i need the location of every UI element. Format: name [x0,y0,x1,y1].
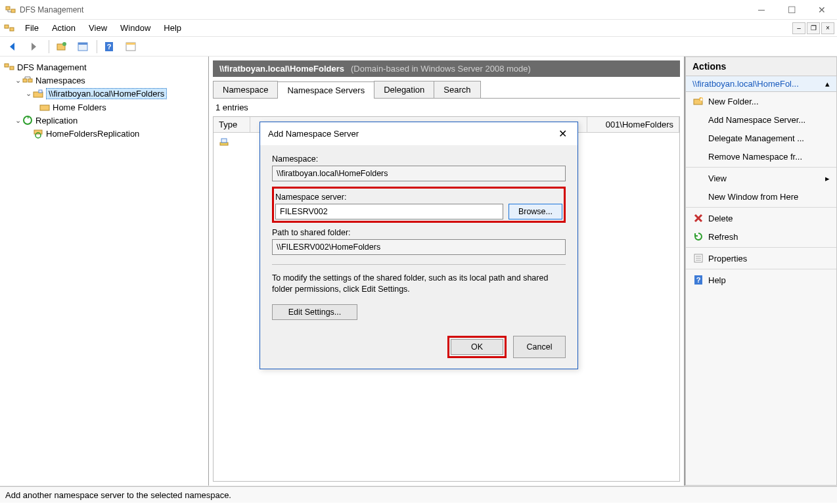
action-item[interactable]: View▸ [686,169,836,187]
cancel-button[interactable]: Cancel [513,336,566,358]
none-icon [692,133,704,143]
tab-namespace-servers[interactable]: Namespace Servers [277,81,374,99]
tab-search[interactable]: Search [434,81,480,98]
server-icon [219,137,229,147]
tree-replication-group[interactable]: HomeFoldersReplication [3,127,206,140]
tab-namespace[interactable]: Namespace [213,81,278,98]
dialog-close-button[interactable]: ✕ [556,127,570,140]
namespaces-button[interactable] [121,40,141,53]
mdi-close-button[interactable]: × [821,22,834,34]
tree-toggle[interactable]: ⌄ [13,76,22,85]
tree-replication-label: Replication [35,116,78,126]
action-item[interactable]: Properties [686,249,836,267]
col-path[interactable]: 001\HomeFolders [587,117,679,132]
new-folder-button[interactable] [52,40,72,53]
refresh-icon [692,231,704,242]
toolbar-divider-2 [97,40,97,53]
action-item[interactable]: Delegate Management ... [686,129,836,147]
close-button[interactable]: ✕ [807,0,837,20]
browse-button[interactable]: Browse... [509,204,562,219]
action-item-label: Add Namespace Server... [708,115,805,125]
action-item[interactable]: New Window from Here [686,187,836,206]
dialog-title: Add Namespace Server [268,129,556,139]
none-icon [692,114,704,125]
back-button[interactable] [4,40,24,53]
mdi-restore-button[interactable]: ❐ [807,22,820,34]
maximize-button[interactable]: ☐ [777,0,807,20]
ok-button[interactable]: OK [451,339,503,355]
svg-rect-22 [220,143,228,145]
help-button[interactable]: ? [100,40,120,53]
app-icon-small [4,23,14,34]
action-separator [686,167,836,168]
svg-rect-18 [40,105,49,110]
svg-rect-0 [6,7,10,10]
tree-replication[interactable]: ⌄ Replication [3,114,206,127]
tab-delegation[interactable]: Delegation [374,81,434,98]
path-header: \\firatboyan.local\HomeFolders (Domain-b… [213,60,680,77]
tree-home-folders-label: Home Folders [53,103,106,112]
action-item-label: View [708,173,727,183]
namespace-server-input[interactable] [275,204,503,219]
path-label: Path to shared folder: [272,228,566,237]
action-item[interactable]: Delete [686,209,836,227]
actions-group[interactable]: \\firatboyan.local\HomeFol... ▴ [685,76,837,92]
namespace-label: Namespace: [272,154,566,164]
action-separator [686,207,836,208]
app-icon [5,5,16,15]
edit-settings-button[interactable]: Edit Settings... [272,304,357,320]
svg-rect-2 [5,25,9,28]
tree-namespaces[interactable]: ⌄ Namespaces [3,74,206,87]
toolbar-divider [49,40,49,53]
action-item-label: Remove Namespace fr... [708,152,802,162]
tree-toggle[interactable]: ⌄ [24,89,33,98]
properties-icon [692,253,704,263]
menu-view[interactable]: View [82,22,114,34]
mdi-minimize-button[interactable]: – [792,22,805,34]
collapse-icon[interactable]: ▴ [825,79,830,89]
col-type[interactable]: Type [214,117,250,132]
svg-rect-12 [5,64,9,67]
window-title: DFS Management [20,5,746,14]
menu-window[interactable]: Window [114,22,157,34]
tree-root[interactable]: DFS Management [3,60,206,74]
action-item[interactable]: Remove Namespace fr... [686,147,836,166]
svg-text:?: ? [107,43,112,51]
action-item-label: Refresh [708,232,738,242]
action-item-label: Help [708,275,726,285]
action-item[interactable]: ?Help [686,271,836,289]
tree-home-folders[interactable]: Home Folders [3,101,206,114]
view-button[interactable] [73,40,93,53]
path-value: \\FILESRV002\HomeFolders [272,239,566,255]
none-icon [692,173,704,183]
action-item[interactable]: ★New Folder... [686,92,836,110]
svg-rect-3 [10,28,14,31]
action-item[interactable]: Refresh [686,227,836,246]
path-header-path: \\firatboyan.local\HomeFolders [219,64,344,74]
folder-new-icon: ★ [692,96,704,106]
svg-text:?: ? [696,276,701,284]
none-icon [692,191,704,202]
svg-rect-11 [126,43,135,45]
none-icon [692,151,704,162]
action-item-label: Delete [708,214,733,223]
svg-rect-20 [34,130,42,134]
menu-file[interactable]: File [18,22,45,34]
forward-button[interactable] [25,40,45,53]
namespaces-icon [22,75,33,85]
action-item[interactable]: Add Namespace Server... [686,110,836,129]
toolbar: ? [0,37,837,57]
svg-rect-7 [78,43,87,45]
svg-rect-13 [10,66,14,70]
menu-action[interactable]: Action [45,22,82,34]
folder-icon [39,102,50,112]
tree-root-label: DFS Management [17,62,87,72]
svg-rect-23 [221,139,227,143]
menu-help[interactable]: Help [157,22,188,34]
svg-rect-1 [11,9,15,12]
minimize-button[interactable]: ─ [746,0,777,20]
tree-namespace-path[interactable]: ⌄ \\firatboyan.local\HomeFolders [3,87,206,101]
tree-toggle[interactable]: ⌄ [13,116,22,125]
action-item-label: Properties [708,254,747,263]
add-namespace-server-dialog: Add Namespace Server ✕ Namespace: \\fira… [260,122,578,369]
